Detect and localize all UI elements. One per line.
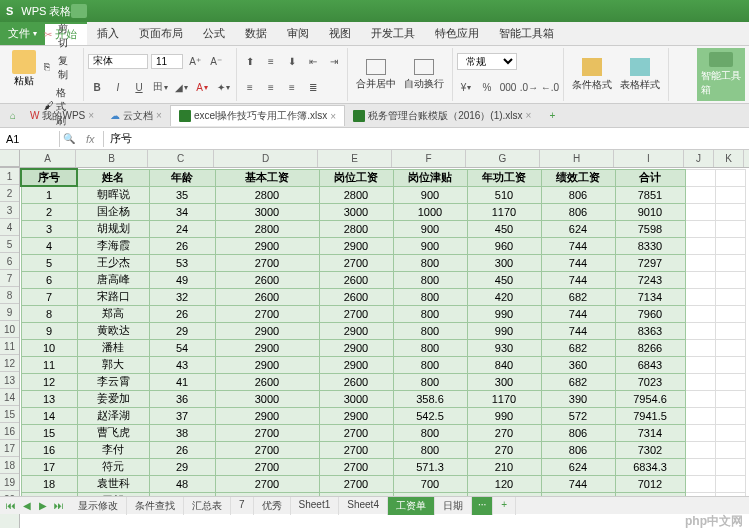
menu-tab-2[interactable]: 页面布局 — [129, 22, 193, 45]
empty-cell[interactable] — [685, 237, 715, 254]
empty-cell[interactable] — [715, 254, 745, 271]
sheet-tab-8[interactable]: 日期 — [435, 497, 472, 515]
data-cell[interactable]: 3000 — [215, 203, 319, 220]
data-cell[interactable]: 3000 — [319, 203, 393, 220]
data-cell[interactable]: 2700 — [215, 424, 319, 441]
paste-button[interactable]: 粘贴 — [8, 48, 40, 101]
data-cell[interactable]: 17 — [21, 458, 77, 475]
row-header-13[interactable]: 13 — [0, 372, 19, 389]
header-cell[interactable]: 序号 — [21, 169, 77, 186]
data-cell[interactable]: 54 — [149, 339, 215, 356]
data-cell[interactable]: 2 — [21, 203, 77, 220]
data-cell[interactable]: 18 — [21, 475, 77, 492]
col-header-J[interactable]: J — [684, 150, 714, 167]
data-cell[interactable]: 270 — [467, 424, 541, 441]
decrease-decimal-icon[interactable]: ←.0 — [541, 78, 559, 96]
data-cell[interactable]: 10 — [21, 339, 77, 356]
data-cell[interactable]: 14 — [21, 407, 77, 424]
data-cell[interactable]: 29 — [149, 322, 215, 339]
data-cell[interactable]: 9 — [21, 322, 77, 339]
empty-cell[interactable] — [685, 390, 715, 407]
data-cell[interactable]: 29 — [149, 458, 215, 475]
data-cell[interactable]: 800 — [393, 424, 467, 441]
underline-button[interactable]: U — [130, 78, 148, 96]
align-top-icon[interactable]: ⬆ — [241, 52, 259, 70]
file-menu[interactable]: 文件 ▾ — [0, 22, 45, 45]
empty-cell[interactable] — [715, 424, 745, 441]
data-cell[interactable]: 16 — [21, 441, 77, 458]
empty-cell[interactable] — [685, 339, 715, 356]
data-cell[interactable]: 宋路口 — [77, 288, 149, 305]
empty-cell[interactable] — [715, 203, 745, 220]
data-cell[interactable]: 7960 — [615, 305, 685, 322]
row-header-9[interactable]: 9 — [0, 304, 19, 321]
empty-cell[interactable] — [685, 271, 715, 288]
col-header-F[interactable]: F — [392, 150, 466, 167]
empty-cell[interactable] — [685, 288, 715, 305]
data-cell[interactable]: 2900 — [215, 237, 319, 254]
data-cell[interactable]: 806 — [541, 186, 615, 203]
data-cell[interactable]: 赵泽湖 — [77, 407, 149, 424]
data-cell[interactable]: 郑高 — [77, 305, 149, 322]
data-cell[interactable]: 1170 — [467, 203, 541, 220]
indent-right-icon[interactable]: ⇥ — [325, 52, 343, 70]
data-cell[interactable]: 7314 — [615, 424, 685, 441]
data-cell[interactable]: 210 — [467, 458, 541, 475]
data-cell[interactable]: 2600 — [319, 288, 393, 305]
align-center-icon[interactable]: ≡ — [262, 78, 280, 96]
col-header-B[interactable]: B — [76, 150, 148, 167]
empty-cell[interactable] — [715, 271, 745, 288]
data-cell[interactable]: 3 — [21, 220, 77, 237]
col-header-H[interactable]: H — [540, 150, 614, 167]
data-cell[interactable]: 510 — [467, 186, 541, 203]
data-cell[interactable]: 7297 — [615, 254, 685, 271]
empty-cell[interactable] — [715, 237, 745, 254]
select-all-corner[interactable] — [0, 150, 20, 167]
header-cell[interactable]: 年龄 — [149, 169, 215, 186]
sheet-tab-7[interactable]: 工资单 — [388, 497, 435, 515]
data-cell[interactable]: 900 — [393, 186, 467, 203]
data-cell[interactable]: 李云霄 — [77, 373, 149, 390]
highlight-button[interactable]: ✦ — [214, 78, 232, 96]
data-cell[interactable]: 8363 — [615, 322, 685, 339]
data-cell[interactable]: 2900 — [319, 356, 393, 373]
data-cell[interactable]: 2900 — [319, 407, 393, 424]
data-cell[interactable]: 806 — [541, 424, 615, 441]
empty-cell[interactable] — [715, 441, 745, 458]
data-cell[interactable]: 450 — [467, 220, 541, 237]
row-header-16[interactable]: 16 — [0, 423, 19, 440]
close-icon[interactable]: × — [88, 110, 94, 121]
data-cell[interactable]: 3000 — [215, 390, 319, 407]
data-cell[interactable]: 2800 — [215, 186, 319, 203]
data-cell[interactable]: 8266 — [615, 339, 685, 356]
align-middle-icon[interactable]: ≡ — [262, 52, 280, 70]
more-sheets-button[interactable]: ··· — [472, 497, 493, 515]
percent-icon[interactable]: % — [478, 78, 496, 96]
empty-cell[interactable] — [685, 169, 715, 186]
data-cell[interactable]: 390 — [541, 390, 615, 407]
menu-tab-1[interactable]: 插入 — [87, 22, 129, 45]
empty-cell[interactable] — [715, 169, 745, 186]
close-icon[interactable]: × — [156, 110, 162, 121]
data-cell[interactable]: 624 — [541, 458, 615, 475]
data-cell[interactable]: 2800 — [319, 220, 393, 237]
empty-cell[interactable] — [715, 407, 745, 424]
empty-cell[interactable] — [685, 407, 715, 424]
sheet-tab-4[interactable]: 优秀 — [254, 497, 291, 515]
empty-cell[interactable] — [685, 441, 715, 458]
data-cell[interactable]: 2700 — [319, 305, 393, 322]
data-cell[interactable]: 2700 — [215, 441, 319, 458]
close-icon[interactable]: × — [330, 111, 336, 122]
empty-cell[interactable] — [715, 390, 745, 407]
data-cell[interactable]: 682 — [541, 339, 615, 356]
justify-icon[interactable]: ≣ — [304, 78, 322, 96]
data-cell[interactable]: 国企杨 — [77, 203, 149, 220]
data-cell[interactable]: 7023 — [615, 373, 685, 390]
data-cell[interactable]: 1 — [21, 186, 77, 203]
formula-input[interactable]: 序号 — [104, 129, 749, 148]
data-cell[interactable]: 682 — [541, 373, 615, 390]
indent-left-icon[interactable]: ⇤ — [304, 52, 322, 70]
data-cell[interactable]: 420 — [467, 288, 541, 305]
col-header-E[interactable]: E — [318, 150, 392, 167]
data-cell[interactable]: 35 — [149, 186, 215, 203]
